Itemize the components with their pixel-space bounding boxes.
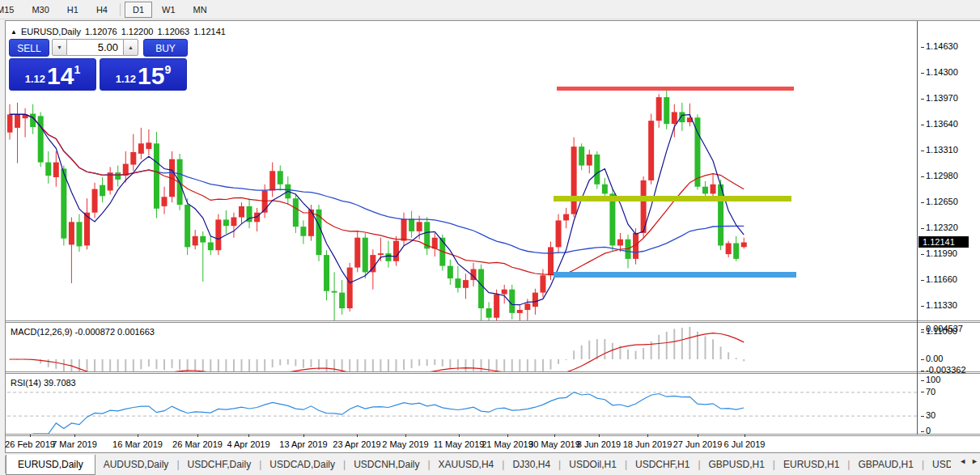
bearish-candle — [324, 255, 329, 291]
date-axis-label: 16 Mar 2019 — [112, 439, 163, 449]
rsi-axis-label: 70 — [921, 387, 935, 397]
sell-button[interactable]: SELL — [9, 39, 49, 57]
chart-tab-usdchf-daily[interactable]: USDCHF,Daily — [180, 456, 260, 473]
bearish-candle — [385, 253, 391, 261]
timeframe-button-m30[interactable]: M30 — [23, 2, 57, 18]
chart-tab-eurusd-h1[interactable]: EURUSD,H1 — [775, 456, 847, 473]
volume-decrease-button[interactable]: ▼ — [52, 39, 67, 56]
date-axis-label: 7 Mar 2019 — [52, 439, 97, 449]
bearish-candle — [154, 143, 159, 208]
ohlc-high: 1.12200 — [121, 27, 154, 36]
price-tick-label: 1.13640 — [921, 119, 958, 129]
date-axis-label: 4 Apr 2019 — [227, 439, 269, 449]
date-axis-tick — [197, 435, 198, 437]
ask-price-prefix: 1.12 — [116, 73, 136, 85]
bullish-candle — [269, 171, 275, 190]
price-tick-label: 1.11330 — [921, 300, 957, 310]
bearish-candle — [486, 308, 492, 318]
chart-tab-usdoil-h1[interactable]: USDOil,H1 — [561, 456, 625, 473]
chart-tab-usdcad-daily[interactable]: USDCAD,Daily — [261, 456, 343, 473]
bullish-candle — [146, 142, 151, 149]
date-axis-label: 21 May 2019 — [482, 439, 533, 449]
bid-price-pip: 1 — [74, 63, 80, 76]
bearish-candle — [339, 293, 345, 308]
bearish-candle — [208, 243, 214, 251]
bullish-candle — [656, 97, 662, 121]
bullish-candle — [162, 197, 168, 206]
bullish-candle — [726, 244, 732, 255]
tabs-scroll-right-button[interactable]: ► — [971, 457, 978, 465]
bullish-candle — [494, 295, 499, 318]
timeframe-button-h1[interactable]: H1 — [59, 2, 87, 18]
bearish-candle — [509, 290, 515, 313]
timeframe-button-h4[interactable]: H4 — [88, 2, 116, 18]
ask-quote-panel[interactable]: 1.12 15 9 — [100, 58, 187, 91]
chart-tab-usdjpy-h1[interactable]: USDJPY,H1 — [924, 456, 951, 473]
ohlc-open: 1.12076 — [85, 27, 117, 36]
date-axis-label: 6 Jul 2019 — [724, 439, 766, 449]
bearish-candle — [45, 163, 51, 176]
bullish-candle — [672, 112, 677, 125]
bearish-candle — [702, 187, 708, 194]
macd-min-label: -0.003362 — [921, 365, 966, 375]
date-axis-label: 11 May 2019 — [434, 439, 485, 449]
bearish-candle — [448, 266, 453, 279]
ask-price-pip: 9 — [164, 63, 171, 76]
resistance-ray[interactable] — [557, 87, 794, 91]
bearish-candle — [278, 171, 283, 184]
timeframe-button-m15[interactable]: M15 — [0, 2, 22, 18]
bearish-candle — [115, 172, 121, 180]
date-axis-separator — [6, 434, 980, 436]
date-axis-label: 26 Feb 2019 — [5, 439, 55, 449]
bearish-candle — [332, 291, 337, 293]
rsi-label: RSI(14) 39.7083 — [11, 378, 76, 388]
timeframe-button-mn[interactable]: MN — [185, 2, 215, 18]
chart-tab-dj30-h4[interactable]: DJ30,H4 — [504, 456, 558, 473]
date-axis-label: 18 Jun 2019 — [623, 439, 672, 449]
bearish-candle — [363, 238, 368, 273]
support-ray[interactable] — [554, 272, 796, 278]
chart-window: ▲ EURUSD,Daily 1.12076 1.12200 1.12063 1… — [5, 20, 980, 453]
bullish-candle — [502, 290, 507, 295]
chart-tab-usdchf-h1[interactable]: USDCHF,H1 — [627, 456, 698, 473]
chart-tab-usdcnh-daily[interactable]: USDCNH,Daily — [346, 456, 427, 473]
price-tick-label: 1.12980 — [921, 171, 958, 180]
chart-tab-gbpaud-h1[interactable]: GBPAUD,H1 — [850, 456, 921, 473]
buy-button[interactable]: BUY — [143, 39, 188, 57]
date-axis-label: 2 May 2019 — [382, 439, 428, 449]
bullish-candle — [393, 241, 399, 261]
bearish-candle — [200, 236, 206, 243]
chart-tabbar: EURUSD,DailyAUDUSD,Daily|USDCHF,Daily|US… — [0, 454, 980, 475]
mid-support-ray[interactable] — [554, 196, 791, 201]
date-axis-label: 26 Mar 2019 — [172, 439, 223, 449]
rsi-panel-separator[interactable] — [6, 371, 980, 374]
date-axis-label: 23 Apr 2019 — [333, 439, 380, 449]
chart-tab-xauusd-h4[interactable]: XAUUSD,H4 — [431, 456, 503, 473]
chart-tab-audusd-daily[interactable]: AUDUSD,Daily — [95, 456, 177, 473]
ohlc-low: 1.12063 — [157, 27, 189, 36]
bullish-candle — [138, 143, 144, 154]
rsi-indicator-panel[interactable] — [7, 375, 917, 434]
volume-input[interactable]: 5.00 — [67, 39, 123, 56]
bid-quote-panel[interactable]: 1.12 14 1 — [9, 58, 96, 91]
timeframe-button-w1[interactable]: W1 — [154, 2, 184, 18]
macd-panel-separator[interactable] — [6, 320, 980, 323]
bearish-candle — [300, 227, 306, 236]
bearish-candle — [38, 116, 44, 162]
bullish-candle — [617, 240, 623, 246]
price-axis-line — [917, 21, 918, 435]
chart-tab-eurusd-daily[interactable]: EURUSD,Daily — [6, 455, 95, 475]
chart-tab-gbpusd-h1[interactable]: GBPUSD,H1 — [701, 456, 773, 473]
date-axis-label: 8 Jun 2019 — [577, 439, 621, 449]
rsi-axis-label: 100 — [921, 375, 940, 384]
date-axis-tick — [599, 435, 600, 437]
bearish-candle — [733, 244, 739, 259]
rsi-axis-label: 0 — [921, 426, 931, 435]
bullish-candle — [53, 163, 59, 177]
date-axis-tick — [138, 435, 138, 437]
timeframe-button-d1[interactable]: D1 — [125, 2, 152, 18]
price-tick-label: 1.13970 — [921, 93, 958, 103]
tabs-scroll-left-button[interactable]: ◄ — [959, 457, 966, 465]
volume-increase-button[interactable]: ▲ — [123, 39, 138, 56]
price-tick-label: 1.12650 — [921, 197, 958, 206]
